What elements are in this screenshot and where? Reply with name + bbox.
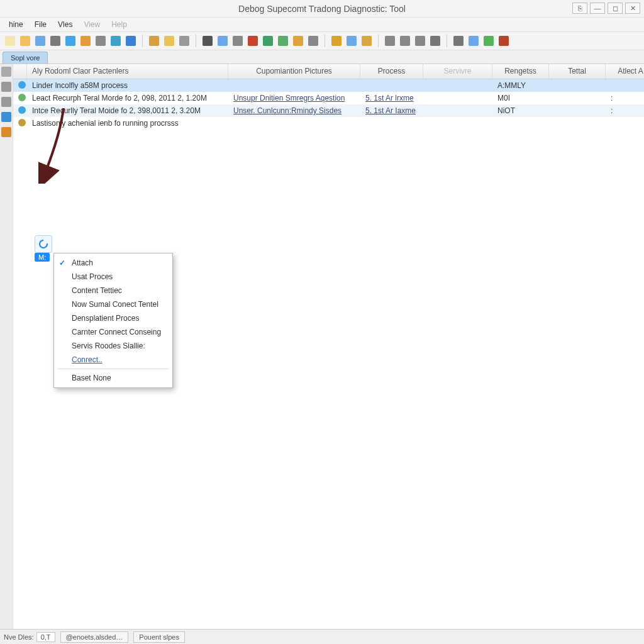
menu-hine[interactable]: hine xyxy=(4,19,28,30)
chevron-down-icon[interactable] xyxy=(307,35,319,47)
list-icon[interactable] xyxy=(178,35,191,47)
column-c3[interactable]: Process xyxy=(360,64,423,79)
tab-strip: Sopl vore xyxy=(0,50,644,64)
grid-icon[interactable] xyxy=(277,35,289,47)
process-icon[interactable] xyxy=(35,235,52,253)
row-status-icon xyxy=(13,81,27,91)
tag-icon[interactable] xyxy=(79,35,92,47)
toolbar-separator xyxy=(447,35,447,47)
search-icon[interactable] xyxy=(1,112,11,122)
row-status-icon xyxy=(13,94,27,103)
save-icon[interactable] xyxy=(34,35,47,47)
table-icon[interactable] xyxy=(467,35,480,47)
column-c4[interactable]: Servivre xyxy=(423,64,492,79)
column-c5[interactable]: Rengetss xyxy=(492,64,549,79)
title-bar: Debog Supecomt Tradong Diagnostic: Tool … xyxy=(0,0,644,18)
open-icon[interactable] xyxy=(19,35,31,47)
menu-item-attach[interactable]: Attach xyxy=(54,256,172,270)
menu-item-baset-none[interactable]: Baset None xyxy=(54,371,172,385)
palette-icon[interactable] xyxy=(292,35,304,47)
column-c6[interactable]: Tettal xyxy=(549,64,606,79)
refresh-icon[interactable] xyxy=(64,35,77,47)
minimize-button[interactable]: — xyxy=(590,3,605,14)
close-button[interactable]: ✕ xyxy=(625,3,640,14)
toolbar-separator xyxy=(142,35,143,47)
status-button-pouent[interactable]: Pouent slpes xyxy=(133,631,185,643)
row-description: Intce Recurlly Teral Moide fo 2, 398,001… xyxy=(27,106,228,115)
table-row[interactable]: Lastisonly achenial ienb fo running proc… xyxy=(13,117,644,130)
arrows-icon[interactable] xyxy=(452,35,465,47)
row-atlect: : xyxy=(606,106,644,115)
app-window: Debog Supecomt Tradong Diagnostic: Tool … xyxy=(0,0,644,644)
pencil-icon[interactable] xyxy=(201,35,214,47)
search-icon[interactable] xyxy=(384,35,396,47)
menu-view[interactable]: View xyxy=(79,19,105,30)
main-area: Aly Rodoml Claor PactenlersCupomiantion … xyxy=(13,64,644,629)
row-process[interactable]: 5. 1st Ar lrxme xyxy=(360,94,423,103)
warning-icon[interactable] xyxy=(1,127,11,137)
circle-icon[interactable] xyxy=(482,35,495,47)
column-c0[interactable] xyxy=(13,64,27,79)
toolbar-separator xyxy=(196,35,196,47)
menu-item-densplatient-proces[interactable]: Densplatient Proces xyxy=(54,311,172,325)
column-c1[interactable]: Aly Rodoml Claor Pactenlers xyxy=(27,64,228,79)
table-header: Aly Rodoml Claor PactenlersCupomiantion … xyxy=(13,64,644,79)
menu-bar: hineFileVlesViewHelp xyxy=(0,18,644,31)
restore-button[interactable]: ◻ xyxy=(608,3,623,14)
world-icon[interactable] xyxy=(330,35,343,47)
file-icon[interactable] xyxy=(4,35,16,47)
row-description: Leact Recurph Teral Morde fo 2, 098, 201… xyxy=(27,94,228,103)
disk-icon[interactable] xyxy=(216,35,229,47)
window-icon[interactable] xyxy=(345,35,358,47)
row-atlect: : xyxy=(606,94,644,103)
table-body: Linder lncolfly a58M processA:MMLYLeact … xyxy=(13,79,644,130)
menu-item-carnter-connect-conseing[interactable]: Carnter Connect Conseing xyxy=(54,325,172,339)
menu-item-usat-proces[interactable]: Usat Proces xyxy=(54,270,172,284)
menu-item-content-tettiec[interactable]: Content Tettiec xyxy=(54,284,172,297)
stop-icon[interactable] xyxy=(247,35,259,47)
window-controls: ⎘ — ◻ ✕ xyxy=(572,3,640,14)
photo-icon[interactable] xyxy=(49,35,62,47)
row-pictures[interactable]: Unser. Cunlcunn:Rmindy Sisdes xyxy=(228,106,360,115)
menu-item-now-sumal-conect-tentel[interactable]: Now Sumal Conect Tentel xyxy=(54,297,172,311)
context-menu: AttachUsat ProcesContent TettiecNow Suma… xyxy=(53,253,173,388)
row-rengetss: M0I xyxy=(492,94,549,103)
toolbar-separator xyxy=(325,35,325,47)
menu-item-servis-roodes-siallie[interactable]: Servis Roodes Siallie: xyxy=(54,339,172,353)
link-icon[interactable] xyxy=(125,35,137,47)
menu-item-conrect[interactable]: Conrect.. xyxy=(54,353,172,367)
panel-icon[interactable] xyxy=(1,67,11,77)
browse-icon[interactable] xyxy=(360,35,373,47)
window-title: Debog Supecomt Tradong Diagnostic: Tool xyxy=(238,4,406,14)
column-c2[interactable]: Cupomiantion Pictures xyxy=(228,64,360,79)
grid-icon[interactable] xyxy=(1,82,11,92)
status-field-dles: Nve Dles: 0,T xyxy=(4,632,55,642)
print-icon[interactable] xyxy=(94,35,107,47)
menu-vles[interactable]: Vles xyxy=(53,19,77,30)
menu-file[interactable]: File xyxy=(30,19,52,30)
row-status-icon xyxy=(13,119,27,128)
caption-icon[interactable]: ⎘ xyxy=(572,3,587,14)
row-pictures[interactable]: Unsupr Dnitien Smregrs Aqestion xyxy=(228,94,360,103)
table-row[interactable]: Intce Recurlly Teral Moide fo 2, 398,001… xyxy=(13,104,644,117)
network-icon[interactable] xyxy=(262,35,274,47)
chevron-down-icon[interactable] xyxy=(414,35,426,47)
menu-help[interactable]: Help xyxy=(106,19,132,30)
status-button-enoets[interactable]: @enoets.alsded… xyxy=(60,631,129,643)
book-icon[interactable] xyxy=(148,35,160,47)
globe-icon[interactable] xyxy=(109,35,122,47)
pointer-icon[interactable] xyxy=(399,35,411,47)
column-c7[interactable]: Atlect A xyxy=(606,64,644,79)
row-rengetss: A:MMLY xyxy=(492,81,549,90)
tab-active[interactable]: Sopl vore xyxy=(3,52,48,64)
gear-icon[interactable] xyxy=(231,35,244,47)
block-icon[interactable] xyxy=(497,35,510,47)
callout-icon[interactable] xyxy=(1,97,11,107)
table-row[interactable]: Leact Recurph Teral Morde fo 2, 098, 201… xyxy=(13,92,644,104)
table-row[interactable]: Linder lncolfly a58M processA:MMLY xyxy=(13,79,644,92)
copy-icon[interactable] xyxy=(163,35,175,47)
scissors-icon[interactable] xyxy=(429,35,441,47)
status-value-input[interactable]: 0,T xyxy=(36,632,55,642)
process-selected-label[interactable]: M: xyxy=(35,253,50,262)
row-process[interactable]: 5. 1st Ar Iaxme xyxy=(360,106,423,115)
